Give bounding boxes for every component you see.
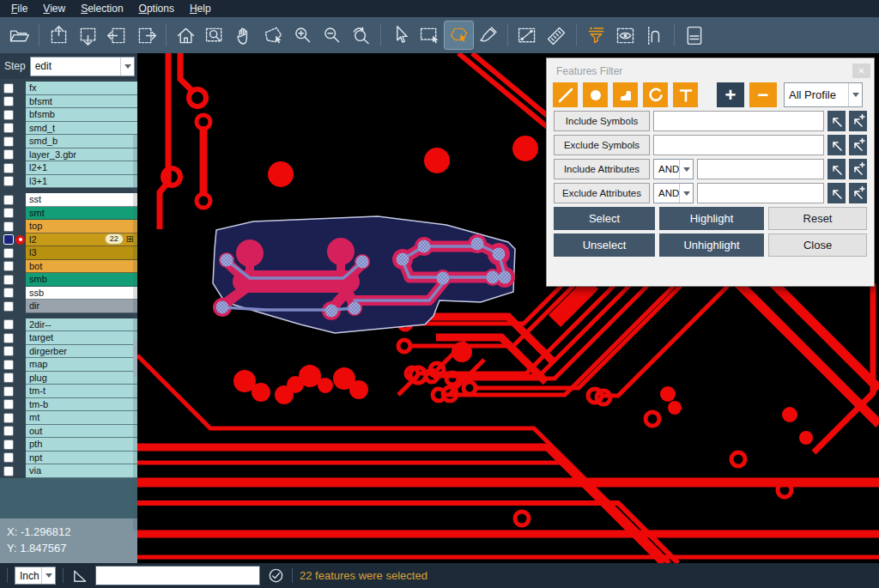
layer-visibility-checkbox[interactable] <box>3 83 14 94</box>
layer-visibility-checkbox[interactable] <box>3 399 14 409</box>
zoom-window-button[interactable] <box>201 21 229 49</box>
exclude-symbols-button[interactable]: Exclude Symbols <box>554 135 650 155</box>
layer-name[interactable]: pth <box>26 438 137 452</box>
layer-name[interactable]: via <box>26 464 137 478</box>
layer-visibility-checkbox[interactable] <box>3 319 14 330</box>
select-rectangle-button[interactable] <box>415 21 444 49</box>
layer-name[interactable]: mt <box>26 411 137 425</box>
layer-row-fx[interactable]: fx <box>0 82 137 95</box>
command-input[interactable] <box>95 566 260 585</box>
highlight-button[interactable]: Highlight <box>659 207 764 230</box>
layer-name[interactable]: bfsmb <box>26 108 137 122</box>
unselect-button[interactable]: Unselect <box>554 233 655 257</box>
layer-row-layer_3.gbr[interactable]: layer_3.gbr <box>0 149 137 162</box>
layer-name[interactable]: 2dir-- <box>26 318 137 332</box>
close-button[interactable]: ✕ <box>852 64 870 78</box>
pan-hand-button[interactable] <box>230 21 258 49</box>
layer-row-l2+1[interactable]: l2+1 <box>0 161 137 175</box>
layer-name[interactable]: plug <box>26 372 137 385</box>
layer-row-via[interactable]: via <box>0 464 137 478</box>
layer-name[interactable]: fx <box>26 82 137 95</box>
filter-type-text-button[interactable] <box>673 82 698 107</box>
select-button[interactable]: Select <box>554 207 655 230</box>
layer-visibility-checkbox[interactable] <box>3 208 14 218</box>
layer-row-smd_t[interactable]: smd_t <box>0 122 137 136</box>
layer-visibility-checkbox[interactable] <box>3 248 14 258</box>
layer-row-smb[interactable]: smb <box>0 273 137 287</box>
select-button[interactable] <box>386 21 415 49</box>
layer-row-out[interactable]: out <box>0 425 137 439</box>
pick-add-attribute-button[interactable] <box>849 159 867 179</box>
pick-attribute-button[interactable] <box>827 183 846 203</box>
close-button[interactable]: Close <box>768 233 867 257</box>
layer-row-mt[interactable]: mt <box>0 411 137 425</box>
layer-visibility-checkbox[interactable] <box>3 96 14 106</box>
pan-right-button[interactable] <box>132 21 161 49</box>
include-attributes-input[interactable] <box>697 159 824 179</box>
layer-visibility-checkbox[interactable] <box>3 195 14 205</box>
layer-row-tm-b[interactable]: tm-b <box>0 398 137 412</box>
exclude-attributes-operator-select[interactable]: AND <box>653 183 694 203</box>
exclude-attributes-button[interactable]: Exclude Attributes <box>554 183 650 203</box>
include-symbols-button[interactable]: Include Symbols <box>554 111 650 131</box>
pick-add-attribute-button[interactable] <box>849 183 867 203</box>
layer-row-top[interactable]: top <box>0 220 137 233</box>
layer-visibility-checkbox[interactable] <box>3 426 14 436</box>
layer-name[interactable]: smd_b <box>26 135 137 149</box>
layer-row-tm-t[interactable]: tm-t <box>0 385 137 398</box>
layer-row-npt[interactable]: npt <box>0 452 137 465</box>
pick-attribute-button[interactable] <box>827 159 846 179</box>
layer-row-sst[interactable]: sst <box>0 193 137 207</box>
filter-type-pad-button[interactable] <box>583 82 608 107</box>
layer-name[interactable]: map <box>26 358 137 372</box>
filter-type-line-button[interactable] <box>553 82 578 107</box>
filter-type-surface-button[interactable] <box>613 82 638 107</box>
layer-row-ssb[interactable]: ssb <box>0 287 137 300</box>
layer-row-target[interactable]: target <box>0 331 137 345</box>
angle-mode-button[interactable] <box>70 567 88 585</box>
layer-visibility-checkbox[interactable] <box>3 301 14 312</box>
menu-item-selection[interactable]: Selection <box>73 1 130 16</box>
layer-visibility-checkbox[interactable] <box>3 234 14 245</box>
pan-left-button[interactable] <box>103 21 131 49</box>
layer-visibility-checkbox[interactable] <box>3 176 14 186</box>
layer-visibility-checkbox[interactable] <box>3 163 14 173</box>
include-attributes-operator-select[interactable]: AND <box>653 159 694 179</box>
zoom-in-button[interactable] <box>288 21 317 49</box>
layer-name[interactable]: l3 <box>26 246 137 260</box>
layer-row-l3+1[interactable]: l3+1 <box>0 175 137 189</box>
layer-name[interactable]: smb <box>26 273 137 287</box>
layer-row-smd_b[interactable]: smd_b <box>0 135 137 149</box>
layer-name[interactable]: l222⊞ <box>26 233 137 247</box>
profile-select[interactable]: All Profile <box>784 82 863 107</box>
sync-button[interactable] <box>267 567 285 585</box>
layer-name[interactable]: l3+1 <box>26 175 137 189</box>
include-symbols-input[interactable] <box>653 111 824 131</box>
layer-row-dirgerber[interactable]: dirgerber <box>0 345 137 359</box>
layer-visibility-checkbox[interactable] <box>3 261 14 271</box>
remove-filter-button[interactable]: − <box>749 82 777 107</box>
report-button[interactable] <box>680 21 708 49</box>
pick-add-symbol-button[interactable] <box>849 111 867 131</box>
layer-row-map[interactable]: map <box>0 358 137 372</box>
pick-symbol-button[interactable] <box>827 135 846 155</box>
pcb-canvas[interactable]: Features Filter ✕ <box>137 53 879 563</box>
view-options-button[interactable] <box>611 21 640 49</box>
layer-name[interactable]: bot <box>26 260 137 274</box>
unhighlight-button[interactable]: Unhighlight <box>659 233 764 257</box>
add-filter-button[interactable]: + <box>717 82 744 107</box>
layer-row-bot[interactable]: bot <box>0 260 137 274</box>
layer-name[interactable]: sst <box>26 193 137 207</box>
layer-row-l2[interactable]: l222⊞ <box>0 233 137 247</box>
layer-visibility-checkbox[interactable] <box>3 346 14 356</box>
layer-name[interactable]: target <box>26 331 137 345</box>
layer-name[interactable]: out <box>26 425 137 439</box>
layer-name[interactable]: tm-t <box>26 385 137 398</box>
layer-row-smt[interactable]: smt <box>0 207 137 221</box>
layer-visibility-checkbox[interactable] <box>3 439 14 450</box>
layer-visibility-checkbox[interactable] <box>3 288 14 298</box>
layer-visibility-checkbox[interactable] <box>3 149 14 160</box>
reset-button[interactable]: Reset <box>768 207 867 230</box>
layer-name[interactable]: bfsmt <box>26 95 137 109</box>
layer-row-bfsmt[interactable]: bfsmt <box>0 95 137 109</box>
